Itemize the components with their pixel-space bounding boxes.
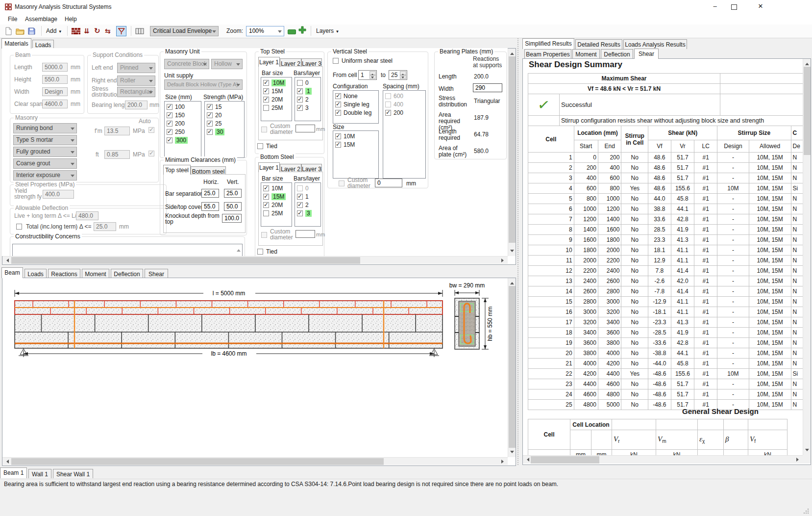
checkbox-icon[interactable] [335,93,341,99]
checkbox-icon[interactable] [263,185,269,191]
load-case-combo[interactable]: Critical Load Envelope [150,26,219,36]
top-bars-layer-checklist[interactable]: 0123 [295,77,321,121]
right-end-combo[interactable]: Roller [117,76,155,86]
checkbox-icon[interactable] [297,202,303,208]
bottom-bar-size-checklist[interactable]: 10M15M20M25M [261,182,292,227]
checklist-item-30[interactable]: 30 [205,128,244,136]
checkbox-icon[interactable] [263,210,269,216]
checkbox-icon[interactable] [263,80,269,86]
tab-top-layer-3[interactable]: Layer 3 [301,58,322,67]
checkbox-icon[interactable] [297,88,303,94]
tab-bottom-layer-3[interactable]: Layer 3 [301,164,322,172]
cover-h-field[interactable]: 55.0 [201,202,219,211]
vertical-custom-checkbox[interactable] [339,181,344,186]
tab-shear-wall-1[interactable]: Shear Wall 1 [53,469,93,478]
top-custom-checkbox[interactable] [261,127,267,132]
checkbox-icon[interactable] [207,112,213,118]
checklist-item-Single leg[interactable]: Single leg [334,100,378,108]
tab-result-moment[interactable]: Moment [572,49,600,59]
tab-bottom-layer-2[interactable]: Layer 2 [280,164,301,172]
bottom-custom-field[interactable] [295,230,315,238]
tab-loads-analysis-results[interactable]: Loads Analysis Results [623,39,687,49]
maximize-button[interactable] [731,4,737,10]
scroll-up-icon[interactable] [237,247,241,252]
from-cell-spinner[interactable]: 1 [358,70,377,80]
ft-field[interactable]: 0.85 [104,150,130,159]
menu-assemblage[interactable]: Assemblage [25,16,57,23]
checklist-item-15M[interactable]: 15M [262,87,291,95]
strength-checklist[interactable]: 15202530 [204,101,245,158]
checklist-item-10M[interactable]: 10M [262,78,291,87]
tab-view-reactions[interactable]: Reactions [48,269,80,278]
minimize-button[interactable]: – [708,0,722,14]
checklist-item-0[interactable]: 0 [295,78,320,87]
checkbox-icon[interactable] [263,97,269,103]
checklist-item-400[interactable]: 400 [384,100,425,108]
loads-tool-icon[interactable]: ⇊ [84,27,90,35]
checkbox-icon[interactable] [297,185,303,191]
left-end-combo[interactable]: Pinned [117,63,155,73]
constructibility-textarea[interactable] [12,244,243,256]
menu-file[interactable]: File [8,16,17,23]
new-file-button[interactable] [5,27,12,37]
tab-beam-1[interactable]: Beam 1 [0,467,27,478]
checkbox-icon[interactable] [167,137,172,143]
checkbox-icon[interactable] [297,210,303,216]
rotate-tool-icon[interactable]: ↻ [94,26,100,35]
checklist-item-25[interactable]: 25 [205,119,244,128]
tab-detailed-results[interactable]: Detailed Results [575,39,622,49]
unit-material-combo[interactable]: Concrete Block [164,59,209,69]
checkbox-icon[interactable] [207,104,213,110]
total-deflection-field[interactable]: 25.0 [94,222,116,231]
to-cell-spinner[interactable]: 25 [389,70,407,80]
bar-sep-h-field[interactable]: 25.0 [201,189,219,198]
checkbox-icon[interactable] [167,121,172,127]
checklist-item-100[interactable]: 100 [165,103,200,111]
checklist-item-15M[interactable]: 15M [334,140,378,149]
tab-loads[interactable]: Loads [32,40,54,49]
beam-vscrollbar[interactable] [508,278,516,457]
tab-simplified-results[interactable]: Simplified Results [522,38,574,49]
checklist-item-15M[interactable]: 15M [262,192,291,201]
stress-distribution-combo[interactable]: Rectangular [117,87,155,97]
tab-wall-1[interactable]: Wall 1 [28,469,51,478]
tab-top-layer-1[interactable]: Layer 1 [258,57,280,67]
materials-hscrollbar[interactable] [2,256,508,264]
bottom-bars-layer-checklist[interactable]: 0123 [295,182,321,227]
beam-hscrollbar[interactable] [2,457,508,465]
beam-height-field[interactable]: 550.0 [42,75,68,84]
zoom-out-button[interactable] [288,29,296,34]
checkbox-icon[interactable] [263,202,269,208]
tab-bottom-steel[interactable]: Bottom steel [191,166,226,175]
section-tool-button[interactable] [135,28,144,36]
checkbox-icon[interactable] [263,194,269,200]
checklist-item-15[interactable]: 15 [205,103,244,111]
tab-bottom-layer-1[interactable]: Layer 1 [258,162,280,172]
checklist-item-20M[interactable]: 20M [262,201,291,209]
checklist-item-2[interactable]: 2 [295,201,320,209]
live-deflection-field[interactable]: 480.0 [76,211,98,220]
checkbox-icon[interactable] [167,112,172,118]
checklist-item-300[interactable]: 300 [165,136,200,144]
vertical-size-checklist[interactable]: 10M15M [333,130,379,179]
tab-result-shear[interactable]: Shear [634,49,659,59]
top-bar-size-checklist[interactable]: 10M15M20M25M [261,77,292,121]
total-deflection-checkbox[interactable] [16,224,22,230]
checklist-item-0[interactable]: 0 [295,184,320,192]
tab-view-deflection[interactable]: Deflection [111,269,143,278]
cover-v-field[interactable]: 50.0 [224,202,242,211]
tab-result-deflection[interactable]: Deflection [601,49,633,59]
resize-grip-icon[interactable] [804,509,809,514]
tab-view-loads[interactable]: Loads [25,269,47,278]
top-custom-field[interactable] [295,125,315,132]
tab-top-layer-2[interactable]: Layer 2 [280,58,301,67]
fm-field[interactable]: 13.5 [104,127,130,135]
checklist-item-10M[interactable]: 10M [262,184,291,192]
vertical-splitter[interactable] [517,38,520,465]
menu-help[interactable]: Help [65,16,77,23]
tab-view-shear[interactable]: Shear [145,269,168,278]
tab-materials[interactable]: Materials [1,38,31,49]
layers-button[interactable]: Layers ▼ [316,28,339,35]
spacing-checklist[interactable]: 600400200 [383,90,426,179]
checklist-item-600[interactable]: 600 [384,92,425,100]
